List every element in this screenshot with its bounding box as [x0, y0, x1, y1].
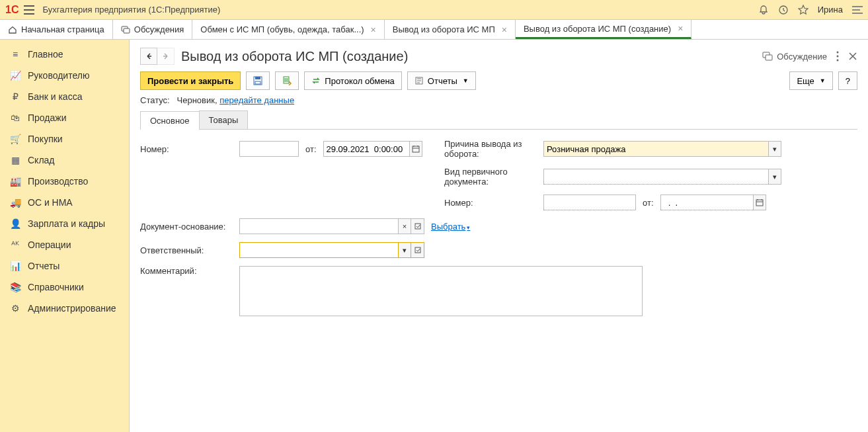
- close-icon[interactable]: [848, 52, 857, 61]
- gear-icon: ⚙: [9, 303, 21, 314]
- sidebar-item-stock[interactable]: ▦Склад: [0, 150, 129, 171]
- sidebar-item-purchases[interactable]: 🛒Покупки: [0, 128, 129, 150]
- chevron-down-icon[interactable]: ▾: [398, 242, 411, 258]
- responsible-label: Ответственный:: [140, 245, 233, 255]
- bell-icon[interactable]: [758, 5, 769, 15]
- tab-exchange[interactable]: Обмен с ИС МП (обувь, одежда, табак...) …: [192, 20, 384, 39]
- btn-label: ?: [846, 76, 850, 86]
- primary-doc-input[interactable]: [543, 169, 768, 185]
- row-primary-doc: Вид первичного документа: ▾: [444, 167, 857, 187]
- sidebar-item-production[interactable]: 🏭Производство: [0, 171, 129, 192]
- number2-input[interactable]: [543, 194, 636, 210]
- sidebar-item-assets[interactable]: 🚚ОС и НМА: [0, 192, 129, 213]
- reason-input[interactable]: [543, 141, 768, 157]
- svg-rect-15: [415, 224, 420, 229]
- tab-withdrawal-list[interactable]: Вывод из оборота ИС МП ×: [385, 20, 516, 39]
- clear-icon[interactable]: ×: [398, 218, 411, 234]
- subtab-main[interactable]: Основное: [140, 111, 200, 130]
- subtabs: Основное Товары: [140, 110, 857, 130]
- responsible-input[interactable]: [239, 242, 398, 258]
- select-link[interactable]: Выбрать▾: [431, 222, 470, 232]
- svg-rect-16: [415, 247, 420, 253]
- sidebar-item-salary[interactable]: 👤Зарплата и кадры: [0, 213, 129, 234]
- tab-withdrawal-create[interactable]: Вывод из оборота ИС МП (создание) ×: [516, 20, 691, 39]
- tab-label: Вывод из оборота ИС МП (создание): [524, 24, 671, 34]
- sidebar-item-label: Зарплата и кадры: [28, 218, 105, 229]
- discussion-label: Обсуждение: [777, 52, 827, 62]
- post-and-close-button[interactable]: Провести и закрыть: [140, 71, 241, 90]
- reports-button[interactable]: Отчеты▼: [407, 71, 476, 90]
- svg-rect-2: [124, 28, 130, 33]
- row-comment: Комментарий:: [140, 266, 857, 316]
- bag-icon: 🛍: [9, 112, 21, 123]
- sidebar-item-reports[interactable]: 📊Отчеты: [0, 255, 129, 277]
- post-button[interactable]: [275, 71, 299, 90]
- row-number2: Номер: от:: [444, 194, 857, 210]
- tab-discussions[interactable]: Обсуждения: [113, 20, 193, 39]
- sidebar-item-bank[interactable]: ₽Банк и касса: [0, 86, 129, 107]
- help-button[interactable]: ?: [838, 71, 857, 90]
- subtab-goods[interactable]: Товары: [199, 110, 249, 129]
- calendar-icon[interactable]: [753, 194, 766, 210]
- home-icon: [8, 25, 17, 34]
- chevron-down-icon[interactable]: ▾: [768, 169, 781, 185]
- content: Вывод из оборота ИС МП (создание) Обсужд…: [130, 40, 868, 432]
- svg-rect-9: [255, 77, 260, 79]
- tab-label: Обсуждения: [134, 24, 184, 34]
- menu-icon[interactable]: [24, 5, 34, 15]
- user-name[interactable]: Ирина: [818, 5, 843, 15]
- nav-arrows: [140, 48, 175, 65]
- comment-textarea[interactable]: [239, 266, 643, 316]
- cart-icon: 🛒: [9, 134, 21, 144]
- more-button[interactable]: Еще▼: [789, 71, 832, 90]
- exchange-icon: [311, 76, 321, 85]
- sidebar-item-sales[interactable]: 🛍Продажи: [0, 107, 129, 128]
- sidebar-item-manager[interactable]: 📈Руководителю: [0, 65, 129, 86]
- sidebar: ≡Главное 📈Руководителю ₽Банк и касса 🛍Пр…: [0, 40, 130, 432]
- window-controls-icon[interactable]: [852, 5, 863, 15]
- sidebar-item-operations[interactable]: ᴬᴷОперации: [0, 234, 129, 255]
- calendar-icon[interactable]: [409, 141, 422, 157]
- discussion-icon[interactable]: Обсуждение: [762, 52, 827, 62]
- page-title: Вывод из оборота ИС МП (создание): [181, 49, 756, 64]
- protocol-button[interactable]: Протокол обмена: [304, 71, 402, 90]
- subtab-label: Основное: [150, 116, 190, 126]
- sidebar-item-label: Продажи: [28, 112, 66, 123]
- number-input[interactable]: [239, 141, 299, 157]
- forward-button[interactable]: [157, 48, 175, 65]
- kebab-icon[interactable]: [836, 51, 839, 62]
- main: ≡Главное 📈Руководителю ₽Банк и касса 🛍Пр…: [0, 40, 868, 432]
- star-icon[interactable]: [798, 5, 809, 15]
- date2-input[interactable]: [660, 194, 753, 210]
- report-icon: [414, 76, 424, 85]
- sidebar-item-label: Склад: [28, 155, 55, 165]
- post-icon: [282, 76, 292, 85]
- tab-close-icon[interactable]: ×: [371, 24, 376, 35]
- tab-label: Вывод из оборота ИС МП: [393, 24, 495, 34]
- back-button[interactable]: [140, 48, 157, 65]
- tab-close-icon[interactable]: ×: [678, 23, 683, 34]
- btn-label: Провести и закрыть: [147, 76, 233, 86]
- sidebar-item-catalogs[interactable]: 📚Справочники: [0, 277, 129, 298]
- basis-input[interactable]: [239, 218, 398, 234]
- sidebar-item-label: ОС и НМА: [28, 197, 73, 208]
- save-button[interactable]: [246, 71, 270, 90]
- open-icon[interactable]: [411, 242, 424, 258]
- btn-label: Протокол обмена: [325, 76, 395, 86]
- status-line: Статус: Черновик, передайте данные: [140, 95, 857, 105]
- toolbar: Провести и закрыть Протокол обмена Отчет…: [140, 71, 857, 90]
- date-input[interactable]: [323, 141, 409, 157]
- row-number: Номер: от:: [140, 139, 431, 159]
- tab-close-icon[interactable]: ×: [502, 24, 507, 35]
- svg-point-7: [837, 60, 839, 62]
- svg-rect-10: [255, 81, 260, 84]
- tab-home[interactable]: Начальная страница: [0, 20, 113, 39]
- sidebar-item-main[interactable]: ≡Главное: [0, 44, 129, 65]
- sidebar-item-admin[interactable]: ⚙Администрирование: [0, 298, 129, 319]
- factory-icon: 🏭: [9, 176, 21, 187]
- status-link[interactable]: передайте данные: [219, 95, 294, 105]
- history-icon[interactable]: [778, 5, 789, 15]
- svg-rect-13: [413, 146, 419, 152]
- open-icon[interactable]: [411, 218, 424, 234]
- chevron-down-icon[interactable]: ▾: [768, 141, 781, 157]
